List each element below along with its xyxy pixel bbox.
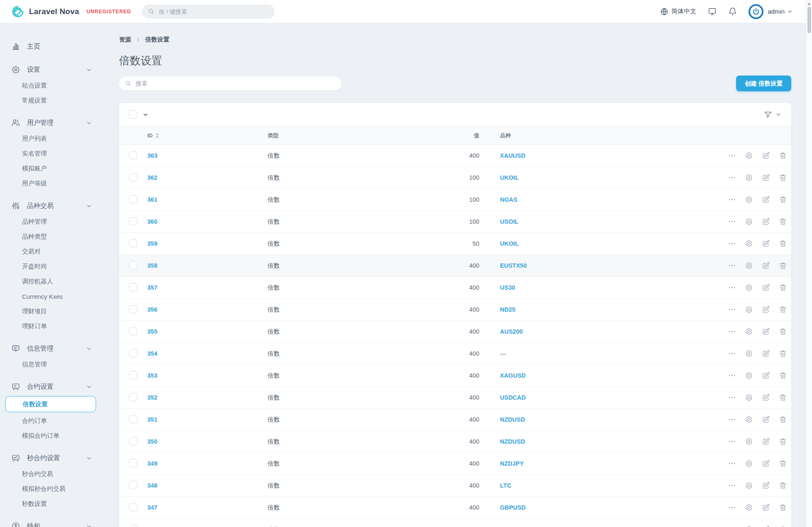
ellipsis-icon[interactable] bbox=[728, 371, 736, 380]
sidebar-section-head-6[interactable]: 秒合约设置 bbox=[0, 450, 106, 466]
trash-icon[interactable] bbox=[779, 217, 787, 226]
row-checkbox[interactable] bbox=[129, 283, 137, 291]
language-switcher[interactable]: 简体中文 bbox=[660, 7, 696, 16]
row-checkbox[interactable] bbox=[129, 437, 137, 445]
column-header-symbol[interactable]: 品种 bbox=[479, 132, 712, 139]
trash-icon[interactable] bbox=[779, 371, 787, 380]
row-id-link[interactable]: 355 bbox=[147, 328, 157, 335]
row-id-link[interactable]: 347 bbox=[147, 504, 157, 511]
column-header-value[interactable]: 值 bbox=[454, 132, 479, 139]
view-icon[interactable] bbox=[745, 503, 753, 512]
window-scrollbar[interactable] bbox=[806, 0, 812, 527]
sidebar-item-active[interactable]: 倍数设置 bbox=[5, 396, 96, 412]
row-id-link[interactable]: 354 bbox=[147, 350, 157, 357]
brand-title[interactable]: Laravel Nova bbox=[29, 7, 79, 16]
sidebar-item[interactable]: 信息管理 bbox=[0, 357, 106, 372]
sidebar-section-head-1[interactable]: 设置 bbox=[0, 61, 106, 78]
row-id-link[interactable]: 361 bbox=[147, 196, 157, 203]
resource-search-input[interactable] bbox=[136, 80, 336, 87]
chevron-down-icon[interactable] bbox=[775, 112, 781, 117]
view-icon[interactable] bbox=[745, 415, 753, 424]
row-symbol-link[interactable]: USOIL bbox=[500, 218, 518, 225]
row-symbol-link[interactable]: NZDUSD bbox=[500, 438, 525, 445]
sidebar-section-head-7[interactable]: 钱包 bbox=[0, 518, 106, 527]
view-icon[interactable] bbox=[745, 195, 753, 204]
row-symbol-link[interactable]: AUS200 bbox=[500, 328, 523, 335]
row-checkbox[interactable] bbox=[129, 415, 137, 423]
sidebar-item[interactable]: 实名管理 bbox=[0, 146, 106, 161]
edit-icon[interactable] bbox=[762, 437, 770, 446]
sidebar-item[interactable]: 品种管理 bbox=[0, 214, 106, 229]
row-checkbox[interactable] bbox=[129, 503, 137, 511]
trash-icon[interactable] bbox=[779, 481, 787, 490]
trash-icon[interactable] bbox=[779, 195, 787, 204]
sidebar-item[interactable]: 模拟秒合约交易 bbox=[0, 481, 106, 496]
row-checkbox[interactable] bbox=[129, 393, 137, 401]
row-checkbox[interactable] bbox=[129, 327, 137, 335]
row-checkbox[interactable] bbox=[129, 195, 137, 203]
edit-icon[interactable] bbox=[762, 349, 770, 358]
row-symbol-link[interactable]: XAUUSD bbox=[500, 152, 525, 159]
sidebar-item[interactable]: 品种类型 bbox=[0, 229, 106, 244]
trash-icon[interactable] bbox=[779, 437, 787, 446]
global-search-input[interactable] bbox=[159, 8, 269, 15]
sidebar-item[interactable]: 模拟合约订单 bbox=[0, 428, 106, 443]
ellipsis-icon[interactable] bbox=[728, 459, 736, 468]
row-symbol-link[interactable]: NGAS bbox=[500, 196, 517, 203]
row-checkbox[interactable] bbox=[129, 151, 137, 159]
row-checkbox[interactable] bbox=[129, 459, 137, 467]
trash-icon[interactable] bbox=[779, 261, 787, 270]
ellipsis-icon[interactable] bbox=[728, 195, 736, 204]
user-menu-label[interactable]: admin bbox=[768, 8, 785, 15]
edit-icon[interactable] bbox=[762, 195, 770, 204]
row-id-link[interactable]: 358 bbox=[147, 262, 157, 269]
ellipsis-icon[interactable] bbox=[728, 393, 736, 402]
row-id-link[interactable]: 350 bbox=[147, 438, 157, 445]
row-checkbox[interactable] bbox=[129, 525, 137, 527]
sidebar-section-head-4[interactable]: 信息管理 bbox=[0, 340, 106, 357]
row-checkbox[interactable] bbox=[129, 305, 137, 313]
sidebar-section-head-0[interactable]: 主页 bbox=[0, 38, 106, 55]
row-checkbox[interactable] bbox=[129, 239, 137, 247]
view-icon[interactable] bbox=[745, 393, 753, 402]
sidebar-section-head-2[interactable]: 用户管理 bbox=[0, 115, 106, 131]
row-symbol-link[interactable]: NZDJPY bbox=[500, 460, 524, 467]
edit-icon[interactable] bbox=[762, 173, 770, 182]
row-symbol-link[interactable]: US30 bbox=[500, 284, 515, 291]
ellipsis-icon[interactable] bbox=[728, 415, 736, 424]
sidebar-section-head-5[interactable]: 合约设置 bbox=[0, 378, 106, 395]
trash-icon[interactable] bbox=[779, 459, 787, 468]
edit-icon[interactable] bbox=[762, 217, 770, 226]
view-icon[interactable] bbox=[745, 371, 753, 380]
view-icon[interactable] bbox=[745, 217, 753, 226]
row-symbol-link[interactable]: GBPUSD bbox=[500, 504, 526, 511]
column-header-type[interactable]: 类型 bbox=[268, 132, 454, 139]
sidebar-item[interactable]: 调控机器人 bbox=[0, 274, 106, 289]
sidebar-item[interactable]: 常规设置 bbox=[0, 93, 106, 108]
row-symbol-link[interactable]: EUSTX50 bbox=[500, 262, 527, 269]
view-icon[interactable] bbox=[745, 173, 753, 182]
sidebar-item[interactable]: 用户列表 bbox=[0, 131, 106, 146]
ellipsis-icon[interactable] bbox=[728, 525, 736, 527]
row-id-link[interactable]: 352 bbox=[147, 394, 157, 401]
edit-icon[interactable] bbox=[762, 503, 770, 512]
sidebar-item[interactable]: 理财项目 bbox=[0, 304, 106, 319]
chevron-down-icon[interactable] bbox=[142, 112, 149, 118]
sidebar-item[interactable]: 用户等级 bbox=[0, 176, 106, 191]
view-icon[interactable] bbox=[745, 459, 753, 468]
trash-icon[interactable] bbox=[779, 239, 787, 248]
create-resource-button[interactable]: 创建 倍数设置 bbox=[736, 76, 791, 91]
laravel-nova-logo-icon[interactable] bbox=[12, 5, 24, 18]
view-icon[interactable] bbox=[745, 349, 753, 358]
ellipsis-icon[interactable] bbox=[728, 437, 736, 446]
edit-icon[interactable] bbox=[762, 371, 770, 380]
view-icon[interactable] bbox=[745, 525, 753, 527]
avatar[interactable] bbox=[749, 4, 763, 19]
sidebar-item[interactable]: 开盘时间 bbox=[0, 259, 106, 274]
edit-icon[interactable] bbox=[762, 327, 770, 336]
row-id-link[interactable]: 348 bbox=[147, 482, 157, 489]
global-search[interactable] bbox=[142, 5, 275, 19]
ellipsis-icon[interactable] bbox=[728, 349, 736, 358]
bell-icon[interactable] bbox=[728, 7, 737, 16]
ellipsis-icon[interactable] bbox=[728, 173, 736, 182]
